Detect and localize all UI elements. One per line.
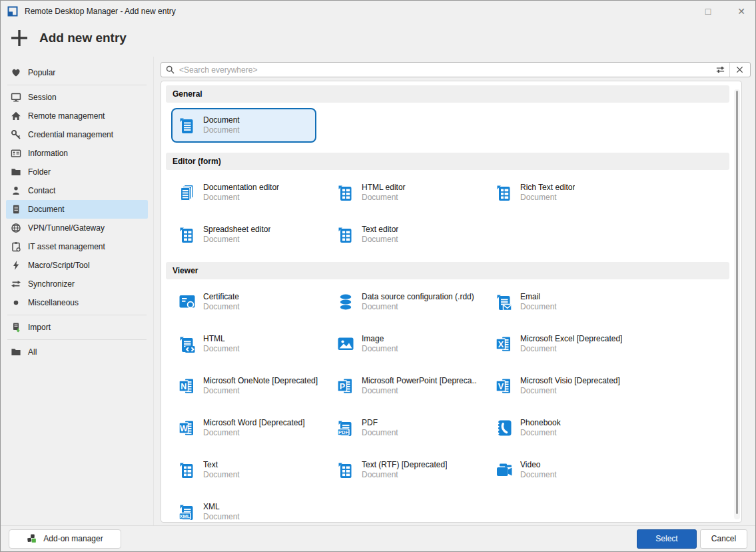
sidebar-item-import[interactable]: Import xyxy=(6,318,148,337)
select-button[interactable]: Select xyxy=(637,529,697,549)
docstack-icon xyxy=(177,183,197,203)
svg-text:XML: XML xyxy=(180,513,190,519)
tile-subtitle: Document xyxy=(520,344,622,354)
sidebar-item-miscellaneous[interactable]: Miscellaneous xyxy=(6,293,148,312)
addon-puzzle-icon xyxy=(27,533,37,544)
tile-spreadsheet-editor[interactable]: Spreadsheet editorDocument xyxy=(171,217,324,252)
docgrid-icon xyxy=(177,225,197,245)
sidebar-item-synchronizer[interactable]: Synchronizer xyxy=(6,275,148,293)
sidebar-item-information[interactable]: Information xyxy=(6,144,148,163)
tile-text: PhonebookDocument xyxy=(520,418,561,438)
tile-subtitle: Document xyxy=(362,428,398,438)
tile-title: Microsoft Visio [Deprecated] xyxy=(520,376,620,386)
tile-subtitle: Document xyxy=(362,193,406,203)
sidebar-item-all[interactable]: All xyxy=(6,343,148,361)
tile-title: Text editor xyxy=(362,225,398,235)
tile-title: Microsoft OneNote [Deprecated] xyxy=(203,376,318,386)
tile-text-editor[interactable]: Text editorDocument xyxy=(330,217,483,252)
tile-data-source-configuration-rdd[interactable]: Data source configuration (.rdd)Document xyxy=(330,285,483,319)
close-button[interactable]: ✕ xyxy=(733,3,750,19)
sidebar-item-it-asset-management[interactable]: IT asset management xyxy=(6,237,148,256)
tile-microsoft-excel-deprecated[interactable]: XMicrosoft Excel [Deprecated]Document xyxy=(488,327,641,361)
scrollbar[interactable] xyxy=(734,89,740,519)
sidebar-item-macro-script-tool[interactable]: Macro/Script/Tool xyxy=(6,256,148,275)
search-icon xyxy=(165,63,175,77)
tile-email[interactable]: EmailDocument xyxy=(488,285,641,319)
document-icon xyxy=(177,115,197,135)
folder-icon xyxy=(11,347,21,357)
sidebar-item-label: Session xyxy=(28,93,57,102)
tile-microsoft-powerpoint-depreca[interactable]: PMicrosoft PowerPoint [Depreca...Documen… xyxy=(330,369,483,403)
maximize-button[interactable]: □ xyxy=(699,3,717,19)
svg-text:X: X xyxy=(498,340,504,349)
search-filter-icon[interactable] xyxy=(713,63,727,77)
tile-text: PDFDocument xyxy=(362,418,398,438)
tile-pdf[interactable]: PDFPDFDocument xyxy=(330,411,483,445)
sidebar-item-vpn-tunnel-gateway[interactable]: VPN/Tunnel/Gateway xyxy=(6,219,148,237)
tile-text: ImageDocument xyxy=(362,334,398,354)
microsoft-onenote-deprecated-icon: N xyxy=(177,376,197,396)
tile-text: TextDocument xyxy=(203,460,240,480)
tile-xml[interactable]: XMLXMLDocument xyxy=(171,495,324,523)
tile-text: Microsoft OneNote [Deprecated]Document xyxy=(203,376,318,396)
page-title: Add new entry xyxy=(39,31,127,45)
tile-certificate[interactable]: CertificateDocument xyxy=(171,285,324,319)
tile-subtitle: Document xyxy=(203,428,305,438)
tile-title: Image xyxy=(362,334,398,344)
sidebar-item-label: Document xyxy=(28,205,65,214)
sidebar-item-label: Remote management xyxy=(28,111,105,121)
tile-text: HTMLDocument xyxy=(203,334,240,354)
docblocks-icon xyxy=(336,225,356,245)
cancel-button[interactable]: Cancel xyxy=(700,529,747,549)
app-logo-icon xyxy=(7,6,19,17)
tile-title: Certificate xyxy=(203,292,240,302)
tile-text: DocumentDocument xyxy=(203,115,240,135)
tile-video[interactable]: VideoDocument xyxy=(488,453,641,487)
tile-text[interactable]: TextDocument xyxy=(171,453,324,487)
sidebar-item-label: IT asset management xyxy=(28,242,105,251)
microsoft-word-deprecated-icon: W xyxy=(177,418,197,438)
microsoft-powerpoint-depreca-icon: P xyxy=(336,376,356,396)
tile-html[interactable]: HTMLDocument xyxy=(171,327,324,361)
scrollbar-thumb[interactable] xyxy=(736,91,738,514)
sidebar-item-label: VPN/Tunnel/Gateway xyxy=(28,223,105,233)
tile-subtitle: Document xyxy=(362,235,398,245)
sidebar-item-document[interactable]: Document xyxy=(6,200,148,219)
tile-documentation-editor[interactable]: Documentation editorDocument xyxy=(171,175,324,210)
tile-phonebook[interactable]: PhonebookDocument xyxy=(488,411,641,445)
tile-subtitle: Document xyxy=(520,428,561,438)
svg-text:P: P xyxy=(340,382,345,391)
tile-microsoft-visio-deprecated[interactable]: VMicrosoft Visio [Deprecated]Document xyxy=(488,369,641,403)
addon-manager-button[interactable]: Add-on manager xyxy=(9,529,121,549)
home-icon xyxy=(11,111,21,121)
tile-title: HTML xyxy=(203,334,240,344)
tile-text: CertificateDocument xyxy=(203,292,240,312)
section-header-general: General xyxy=(166,85,729,103)
sidebar-item-remote-management[interactable]: Remote management xyxy=(6,107,148,125)
sidebar-item-credential-management[interactable]: Credential management xyxy=(6,125,148,144)
sidebar-item-contact[interactable]: Contact xyxy=(6,181,148,200)
tile-microsoft-onenote-deprecated[interactable]: NMicrosoft OneNote [Deprecated]Document xyxy=(171,369,324,403)
tile-subtitle: Document xyxy=(203,344,240,354)
search-input[interactable] xyxy=(178,65,713,75)
tile-subtitle: Document xyxy=(203,235,270,245)
sidebar-item-label: Macro/Script/Tool xyxy=(28,261,90,270)
tile-document[interactable]: DocumentDocument xyxy=(171,108,316,143)
tile-text-rtf-deprecated[interactable]: Text (RTF) [Deprecated]Document xyxy=(330,453,483,487)
search-clear-icon[interactable] xyxy=(733,63,746,77)
tile-microsoft-word-deprecated[interactable]: WMicrosoft Word [Deprecated]Document xyxy=(171,411,324,445)
tile-image[interactable]: ImageDocument xyxy=(330,327,483,361)
tile-rich-text-editor[interactable]: Rich Text editorDocument xyxy=(488,175,641,210)
sidebar-item-session[interactable]: Session xyxy=(6,88,148,107)
sidebar-item-popular[interactable]: Popular xyxy=(6,63,148,82)
tile-html-editor[interactable]: HTML editorDocument xyxy=(330,175,483,210)
tile-grid-editor-form: Documentation editorDocumentHTML editorD… xyxy=(161,174,741,258)
globe-icon xyxy=(11,223,21,233)
entry-type-panel: GeneralDocumentDocumentEditor (form)Docu… xyxy=(161,81,742,523)
addon-manager-label: Add-on manager xyxy=(43,534,103,543)
tile-title: Document xyxy=(203,115,240,125)
sidebar-item-folder[interactable]: Folder xyxy=(6,163,148,181)
docblocks-icon xyxy=(336,183,356,203)
tile-title: Email xyxy=(520,292,557,302)
docpage-icon xyxy=(11,204,21,215)
